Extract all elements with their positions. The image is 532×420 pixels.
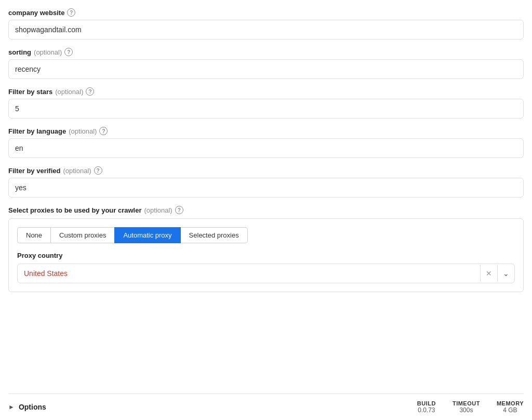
- company-website-label: company website ?: [8, 8, 524, 17]
- sorting-label: sorting (optional) ?: [8, 48, 524, 56]
- filter-stars-label: Filter by stars (optional) ?: [8, 87, 524, 96]
- stat-build-value: 0.0.73: [418, 406, 435, 414]
- tab-custom-proxies[interactable]: Custom proxies: [50, 227, 114, 243]
- proxy-section-label: Select proxies to be used by your crawle…: [8, 206, 524, 214]
- options-bar: ► Options BUILD 0.0.73 TIMEOUT 300s MEMO…: [8, 393, 524, 420]
- stat-build-label: BUILD: [417, 400, 436, 406]
- proxy-section-group: Select proxies to be used by your crawle…: [8, 206, 524, 300]
- filter-language-group: Filter by language (optional) ?: [8, 127, 524, 158]
- proxy-country-clear-icon[interactable]: ✕: [481, 265, 497, 282]
- filter-stars-group: Filter by stars (optional) ?: [8, 87, 524, 119]
- proxy-tabs: None Custom proxies Automatic proxy Sele…: [17, 227, 515, 243]
- company-website-help-icon[interactable]: ?: [67, 8, 75, 17]
- filter-verified-input[interactable]: [8, 178, 524, 198]
- tab-selected-proxies[interactable]: Selected proxies: [181, 227, 248, 243]
- options-chevron-icon: ►: [8, 403, 15, 411]
- proxy-box: None Custom proxies Automatic proxy Sele…: [8, 218, 524, 292]
- filter-verified-label: Filter by verified (optional) ?: [8, 166, 524, 175]
- sorting-help-icon[interactable]: ?: [64, 48, 73, 56]
- options-label: Options: [19, 403, 46, 411]
- proxy-country-actions: ✕ ⌄: [480, 265, 514, 282]
- filter-stars-help-icon[interactable]: ?: [86, 87, 94, 96]
- filter-stars-input[interactable]: [8, 99, 524, 119]
- filter-verified-help-icon[interactable]: ?: [94, 166, 102, 175]
- tab-none[interactable]: None: [17, 227, 50, 243]
- sorting-group: sorting (optional) ?: [8, 48, 524, 79]
- proxy-country-label: Proxy country: [17, 252, 515, 259]
- filter-language-help-icon[interactable]: ?: [99, 127, 108, 135]
- stat-timeout-label: TIMEOUT: [453, 400, 480, 406]
- company-website-input[interactable]: [8, 20, 524, 40]
- stat-timeout-value: 300s: [459, 406, 473, 414]
- stat-build: BUILD 0.0.73: [417, 400, 436, 414]
- company-website-group: company website ?: [8, 8, 524, 40]
- tab-automatic-proxy[interactable]: Automatic proxy: [114, 227, 180, 243]
- filter-language-input[interactable]: [8, 138, 524, 158]
- proxy-section-help-icon[interactable]: ?: [175, 206, 183, 214]
- proxy-country-selector[interactable]: United States ✕ ⌄: [17, 264, 515, 283]
- proxy-country-value: United States: [18, 264, 480, 283]
- proxy-country-section: Proxy country United States ✕ ⌄: [17, 252, 515, 283]
- sorting-input[interactable]: [8, 59, 524, 79]
- options-toggle[interactable]: ► Options: [8, 403, 46, 411]
- proxy-country-chevron-icon[interactable]: ⌄: [497, 265, 514, 282]
- stat-memory-value: 4 GB: [503, 406, 517, 414]
- filter-language-label: Filter by language (optional) ?: [8, 127, 524, 135]
- page-container: company website ? sorting (optional) ? F…: [0, 0, 532, 420]
- options-stats: BUILD 0.0.73 TIMEOUT 300s MEMORY 4 GB: [417, 400, 524, 414]
- stat-memory: MEMORY 4 GB: [497, 400, 524, 414]
- stat-memory-label: MEMORY: [497, 400, 524, 406]
- filter-verified-group: Filter by verified (optional) ?: [8, 166, 524, 198]
- stat-timeout: TIMEOUT 300s: [453, 400, 480, 414]
